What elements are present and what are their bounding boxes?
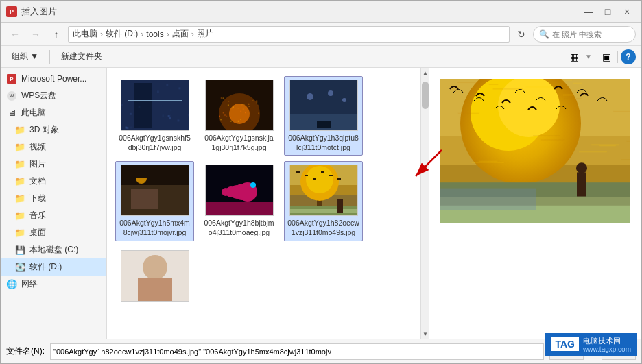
- sidebar-label-download: 下载: [29, 193, 46, 204]
- search-icon: 🔍: [539, 29, 549, 39]
- powerpoint-icon: P: [6, 73, 17, 84]
- up-button[interactable]: ↑: [47, 25, 65, 43]
- view-sep2: [617, 51, 618, 63]
- file-item-5[interactable]: 006AkgtYgy1h8bjtbjmo4j311t0moaeg.jpg: [200, 161, 278, 241]
- folder-3d-icon: 📁: [14, 125, 25, 136]
- file-thumb-3: [289, 80, 358, 131]
- scroll-down-button[interactable]: ▼: [421, 329, 429, 339]
- file-item-3[interactable]: 006AkgtYgy1h3qlptu8lcj311t0motct.jpg: [284, 76, 363, 156]
- breadcrumb-part-5: 照片: [197, 28, 213, 40]
- file-thumb-5: [205, 165, 274, 216]
- sidebar-label-3d: 3D 对象: [29, 124, 59, 136]
- file-thumb-2: [205, 80, 274, 131]
- back-button[interactable]: ←: [6, 25, 24, 43]
- sidebar-item-powerpoint[interactable]: P Microsoft Power...: [1, 71, 106, 87]
- forward-button[interactable]: →: [27, 25, 45, 43]
- breadcrumb-sep-3: ›: [167, 29, 169, 39]
- search-input[interactable]: [552, 30, 630, 38]
- sidebar-item-drive-d[interactable]: 💽 软件 (D:): [1, 258, 106, 276]
- file-name-1: 006AkgtYgy1gsnskhf5dbj30rj1f7jvw.jpg: [119, 134, 191, 152]
- watermark-url: www.tagxp.com: [583, 345, 631, 353]
- toolbar-right: ▦ ▼ ▣ ?: [566, 49, 636, 65]
- nav-bar: ← → ↑ 此电脑 › 软件 (D:) › tools › 桌面 › 照片 ↻ …: [1, 23, 641, 46]
- sidebar-item-document[interactable]: 📁 文档: [1, 173, 106, 190]
- sidebar-label-drive-c: 本地磁盘 (C:): [29, 244, 78, 256]
- view-detail-button[interactable]: ▣: [598, 49, 615, 65]
- computer-icon: 🖥: [6, 108, 17, 119]
- folder-picture-icon: 📁: [14, 159, 25, 170]
- sidebar-label-picture: 图片: [29, 158, 46, 170]
- maximize-button[interactable]: □: [599, 5, 617, 19]
- sidebar-label-drive-d: 软件 (D:): [29, 261, 62, 273]
- sidebar-label-powerpoint: Microsoft Power...: [21, 74, 86, 84]
- file-item-2[interactable]: 006AkgtYgy1gsnsklja1gj30rj1f7k5g.jpg: [200, 76, 278, 156]
- organize-button[interactable]: 组织 ▼: [6, 49, 44, 64]
- folder-music-icon: 📁: [14, 210, 25, 221]
- toolbar: 组织 ▼ 新建文件夹 ▦ ▼ ▣ ?: [1, 46, 641, 68]
- toolbar-separator: [49, 50, 50, 64]
- sidebar-label-desktop: 桌面: [29, 227, 46, 239]
- file-item-6[interactable]: 006AkgtYgy1h82oecw1vzj311t0mo49s.jpg: [284, 161, 363, 241]
- sidebar-item-3d[interactable]: 📁 3D 对象: [1, 121, 106, 138]
- file-thumb-6: [289, 165, 358, 216]
- breadcrumb-part-1: 此电脑: [73, 28, 97, 40]
- sidebar-label-network: 网络: [21, 278, 38, 290]
- sidebar-item-computer[interactable]: 🖥 此电脑: [1, 104, 106, 121]
- breadcrumb-sep-1: ›: [100, 29, 103, 39]
- watermark: TAG 电脑技术网 www.tagxp.com: [545, 333, 637, 356]
- file-thumb-4: [121, 165, 189, 216]
- file-area: 006AkgtYgy1gsnskhf5dbj30rj1f7jvw.jpg 006…: [107, 68, 420, 339]
- filename-label: 文件名(N):: [6, 345, 45, 357]
- title-bar-buttons: — □ ×: [580, 5, 636, 19]
- drive-d-icon: 💽: [14, 262, 25, 273]
- sidebar-item-video[interactable]: 📁 视频: [1, 138, 106, 156]
- drive-c-icon: 💾: [14, 245, 25, 256]
- filename-input[interactable]: [50, 343, 544, 360]
- new-folder-button[interactable]: 新建文件夹: [56, 49, 108, 64]
- scroll-thumb[interactable]: [422, 82, 429, 109]
- watermark-title: 电脑技术网: [583, 336, 631, 345]
- file-name-5: 006AkgtYgy1h8bjtbjmo4j311t0moaeg.jpg: [203, 219, 275, 237]
- folder-video-icon: 📁: [14, 142, 25, 153]
- view-dropdown-arrow[interactable]: ▼: [585, 53, 592, 60]
- sidebar-item-wps[interactable]: W WPS云盘: [1, 87, 106, 104]
- breadcrumb-sep-2: ›: [141, 29, 143, 39]
- file-item-4[interactable]: 006AkgtYgy1h5mx4m8cjwj311t0mojvr.jpg: [115, 161, 194, 241]
- sidebar-item-network[interactable]: 🌐 网络: [1, 276, 106, 293]
- preview-panel: [429, 68, 641, 339]
- sidebar-label-computer: 此电脑: [21, 107, 46, 119]
- sidebar-label-wps: WPS云盘: [21, 90, 56, 101]
- file-name-4: 006AkgtYgy1h5mx4m8cjwj311t0mojvr.jpg: [119, 219, 191, 237]
- title-bar: P 插入图片 — □ ×: [1, 1, 641, 23]
- dialog-icon: P: [6, 6, 17, 17]
- folder-desktop-icon: 📁: [14, 228, 25, 239]
- folder-download-icon: 📁: [14, 193, 25, 204]
- breadcrumb[interactable]: 此电脑 › 软件 (D:) › tools › 桌面 › 照片: [68, 26, 510, 43]
- file-name-6: 006AkgtYgy1h82oecw1vzj311t0mo49s.jpg: [287, 219, 359, 237]
- main-content: P Microsoft Power... W WPS云盘 🖥 此电脑: [1, 68, 641, 339]
- scroll-up-button[interactable]: ▲: [421, 68, 429, 77]
- minimize-button[interactable]: —: [580, 5, 597, 19]
- sidebar: P Microsoft Power... W WPS云盘 🖥 此电脑: [1, 68, 107, 339]
- breadcrumb-sep-4: ›: [191, 29, 194, 39]
- sidebar-item-picture[interactable]: 📁 图片: [1, 156, 106, 173]
- breadcrumb-part-3: tools: [146, 29, 163, 39]
- file-item-7[interactable]: [115, 247, 194, 308]
- help-button[interactable]: ?: [621, 49, 636, 64]
- sidebar-item-download[interactable]: 📁 下载: [1, 190, 106, 207]
- sidebar-item-drive-c[interactable]: 💾 本地磁盘 (C:): [1, 241, 106, 258]
- close-button[interactable]: ×: [618, 5, 636, 19]
- refresh-button[interactable]: ↻: [512, 25, 530, 43]
- view-large-icon-button[interactable]: ▦: [566, 49, 582, 65]
- file-grid: 006AkgtYgy1gsnskhf5dbj30rj1f7jvw.jpg 006…: [112, 73, 415, 311]
- view-sep: [595, 51, 595, 63]
- insert-image-dialog: P 插入图片 — □ × ← → ↑ 此电脑 › 软件 (D:) › tools…: [0, 0, 642, 364]
- network-icon: 🌐: [6, 279, 17, 290]
- sidebar-item-desktop[interactable]: 📁 桌面: [1, 224, 106, 241]
- vertical-scrollbar[interactable]: ▲ ▼: [420, 68, 429, 339]
- preview-image: [440, 79, 630, 223]
- sidebar-item-music[interactable]: 📁 音乐: [1, 207, 106, 224]
- sidebar-label-music: 音乐: [29, 210, 46, 221]
- file-item-1[interactable]: 006AkgtYgy1gsnskhf5dbj30rj1f7jvw.jpg: [115, 76, 194, 156]
- wps-icon: W: [6, 90, 17, 101]
